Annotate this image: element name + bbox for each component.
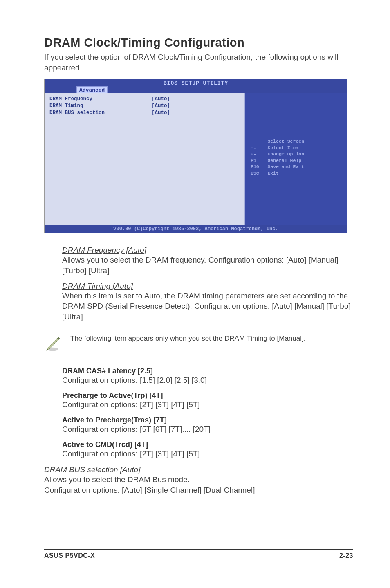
bios-screenshot: BIOS SETUP UTILITY Advanced DRAM Frequen…: [44, 79, 347, 233]
footer-right: 2-23: [339, 552, 353, 559]
bios-row-value: [Auto]: [152, 110, 170, 116]
dram-bus-head: DRAM BUS selection [Auto]: [44, 465, 353, 474]
dram-frequency-body: Allows you to select the DRAM frequency.…: [62, 255, 353, 276]
bios-help-panel: ←→ Select Screen ↑↓ Select Item +- Chang…: [245, 93, 347, 225]
bios-header: BIOS SETUP UTILITY Advanced: [45, 79, 347, 93]
bios-row-value: [Auto]: [152, 103, 170, 109]
note-box: The following item appears only when you…: [70, 330, 353, 348]
page-footer: ASUS P5VDC-X 2-23: [44, 549, 353, 559]
intro-text: If you select the option of DRAM Clock/T…: [44, 52, 353, 73]
bios-footer: v00.00 (C)Copyright 1985-2002, American …: [45, 225, 347, 233]
dram-bus-body1: Allows you to select the DRAM Bus mode.: [44, 474, 353, 485]
bios-row-label: DRAM Frequency: [49, 96, 152, 103]
dram-timing-head: DRAM Timing [Auto]: [62, 282, 353, 291]
note-pencil-icon: [44, 335, 61, 352]
opt-body: Configuration options: [5T [6T] [7T]....…: [62, 424, 353, 435]
bios-row-label: DRAM BUS selection: [49, 110, 152, 117]
page-title: DRAM Clock/Timing Configuration: [44, 36, 353, 49]
bios-left-panel: DRAM Frequency[Auto] DRAM Timing[Auto] D…: [45, 93, 245, 225]
opt-body: Configuration options: [2T] [3T] [4T] [5…: [62, 400, 353, 410]
bios-row-label: DRAM Timing: [49, 103, 152, 110]
opt-title: Precharge to Active(Trp) [4T]: [62, 391, 353, 400]
dram-timing-body: When this item is set to Auto, the DRAM …: [62, 291, 353, 322]
bios-header-title: BIOS SETUP UTILITY: [45, 80, 347, 86]
bios-row-value: [Auto]: [152, 96, 170, 102]
opt-body: Configuration options: [1.5] [2.0] [2.5]…: [62, 375, 353, 386]
dram-bus-body2: Configuration options: [Auto] [Single Ch…: [44, 485, 353, 496]
bios-tab-advanced: Advanced: [76, 86, 108, 93]
footer-left: ASUS P5VDC-X: [44, 552, 95, 559]
opt-title: Active to CMD(Trcd) [4T]: [62, 440, 353, 449]
opt-body: Configuration options: [2T] [3T] [4T] [5…: [62, 449, 353, 459]
opt-title: DRAM CAS# Latency [2.5]: [62, 367, 353, 375]
dram-frequency-head: DRAM Frequency [Auto]: [62, 246, 353, 255]
opt-title: Active to Precharge(Tras) [7T]: [62, 416, 353, 424]
